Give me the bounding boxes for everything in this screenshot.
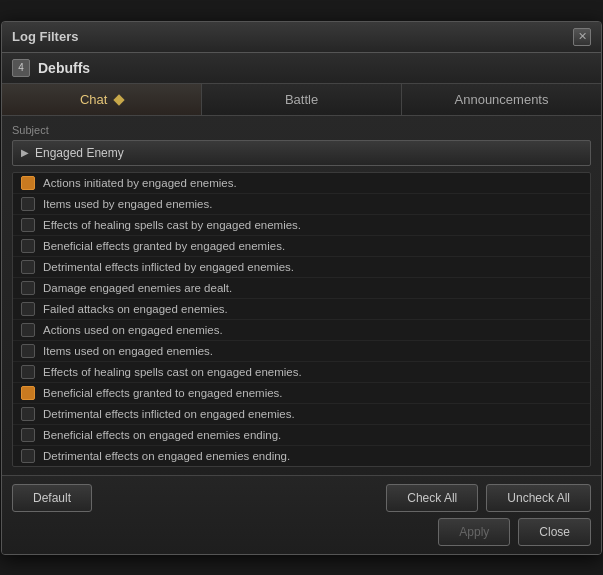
title-bar-left: Log Filters (12, 29, 78, 44)
item-text: Beneficial effects granted to engaged en… (43, 387, 283, 399)
subject-header[interactable]: ▶ Engaged Enemy (12, 140, 591, 166)
checkbox-item-7[interactable] (21, 323, 35, 337)
checkbox-item-0[interactable] (21, 176, 35, 190)
footer-row2: Apply Close (12, 518, 591, 546)
list-item: Items used on engaged enemies. (13, 341, 590, 362)
item-text: Beneficial effects on engaged enemies en… (43, 429, 281, 441)
subject-arrow-icon: ▶ (21, 147, 29, 158)
checkbox-item-1[interactable] (21, 197, 35, 211)
list-item: Effects of healing spells cast on engage… (13, 362, 590, 383)
item-text: Effects of healing spells cast by engage… (43, 219, 301, 231)
list-item: Detrimental effects on engaged enemies e… (13, 446, 590, 466)
tab-announcements[interactable]: Announcements (402, 84, 601, 115)
list-item: Detrimental effects inflicted by engaged… (13, 257, 590, 278)
item-text: Damage engaged enemies are dealt. (43, 282, 232, 294)
list-item: Beneficial effects on engaged enemies en… (13, 425, 590, 446)
apply-button[interactable]: Apply (438, 518, 510, 546)
tab-bar: Chat Battle Announcements (2, 84, 601, 116)
list-item: Detrimental effects inflicted on engaged… (13, 404, 590, 425)
content-area: Subject ▶ Engaged Enemy Actions initiate… (2, 116, 601, 475)
item-text: Failed attacks on engaged enemies. (43, 303, 228, 315)
close-button[interactable]: Close (518, 518, 591, 546)
footer-row1: Default Check All Uncheck All (12, 484, 591, 512)
window-close-button[interactable]: ✕ (573, 28, 591, 46)
checkbox-item-13[interactable] (21, 449, 35, 463)
item-text: Detrimental effects on engaged enemies e… (43, 450, 290, 462)
subject-header-text: Engaged Enemy (35, 146, 124, 160)
item-text: Beneficial effects granted by engaged en… (43, 240, 285, 252)
item-text: Detrimental effects inflicted on engaged… (43, 408, 295, 420)
checkbox-item-2[interactable] (21, 218, 35, 232)
subject-label: Subject (12, 124, 591, 136)
check-all-button[interactable]: Check All (386, 484, 478, 512)
list-item: Beneficial effects granted by engaged en… (13, 236, 590, 257)
item-text: Items used by engaged enemies. (43, 198, 212, 210)
uncheck-all-button[interactable]: Uncheck All (486, 484, 591, 512)
list-item: Actions initiated by engaged enemies. (13, 173, 590, 194)
checkbox-item-8[interactable] (21, 344, 35, 358)
item-text: Items used on engaged enemies. (43, 345, 213, 357)
list-item: Failed attacks on engaged enemies. (13, 299, 590, 320)
checkbox-item-4[interactable] (21, 260, 35, 274)
default-button[interactable]: Default (12, 484, 92, 512)
list-item: Items used by engaged enemies. (13, 194, 590, 215)
tab-active-indicator (113, 94, 124, 105)
section-header: 4 Debuffs (2, 53, 601, 84)
item-text: Actions initiated by engaged enemies. (43, 177, 237, 189)
section-icon: 4 (12, 59, 30, 77)
section-title: Debuffs (38, 60, 90, 76)
item-text: Effects of healing spells cast on engage… (43, 366, 302, 378)
list-item: Effects of healing spells cast by engage… (13, 215, 590, 236)
checkbox-item-5[interactable] (21, 281, 35, 295)
tab-battle[interactable]: Battle (202, 84, 402, 115)
checkbox-item-9[interactable] (21, 365, 35, 379)
list-item: Actions used on engaged enemies. (13, 320, 590, 341)
checkbox-item-12[interactable] (21, 428, 35, 442)
checkbox-item-10[interactable] (21, 386, 35, 400)
footer: Default Check All Uncheck All Apply Clos… (2, 475, 601, 554)
title-bar: Log Filters ✕ (2, 22, 601, 53)
tab-chat[interactable]: Chat (2, 84, 202, 115)
item-text: Detrimental effects inflicted by engaged… (43, 261, 294, 273)
list-item: Damage engaged enemies are dealt. (13, 278, 590, 299)
checkbox-item-3[interactable] (21, 239, 35, 253)
log-filters-dialog: Log Filters ✕ 4 Debuffs Chat Battle Anno… (1, 21, 602, 555)
dialog-title: Log Filters (12, 29, 78, 44)
item-text: Actions used on engaged enemies. (43, 324, 223, 336)
items-list: Actions initiated by engaged enemies.Ite… (12, 172, 591, 467)
checkbox-item-11[interactable] (21, 407, 35, 421)
list-item: Beneficial effects granted to engaged en… (13, 383, 590, 404)
checkbox-item-6[interactable] (21, 302, 35, 316)
